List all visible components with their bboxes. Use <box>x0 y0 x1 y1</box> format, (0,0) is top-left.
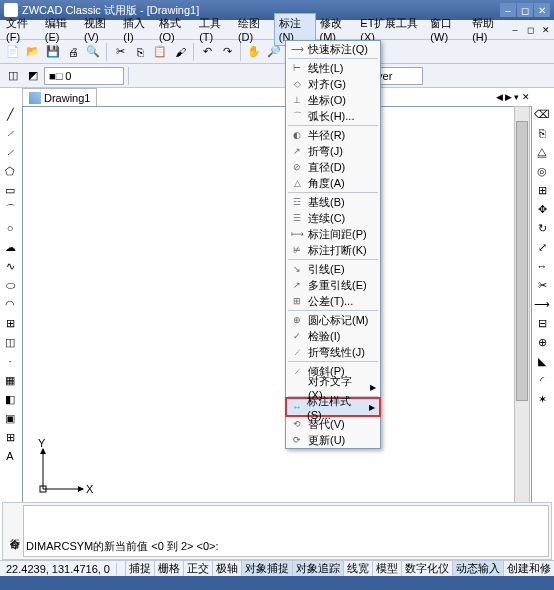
redo-icon[interactable]: ↷ <box>218 43 236 61</box>
status-toggle[interactable]: 极轴 <box>212 561 241 576</box>
status-toggle[interactable]: 正交 <box>183 561 212 576</box>
erase-icon[interactable]: ⌫ <box>534 106 550 122</box>
circle-icon[interactable]: ○ <box>2 220 18 236</box>
maximize-button[interactable]: ◻ <box>517 3 533 17</box>
status-toggle[interactable]: 栅格 <box>154 561 183 576</box>
layer-props-icon[interactable]: ◩ <box>24 67 42 85</box>
command-input[interactable]: DIMARCSYM的新当前值 <0 到 2> <0>: <box>23 505 549 557</box>
menu-item[interactable]: ✓检验(I) <box>286 328 380 344</box>
arc-icon[interactable]: ⌒ <box>2 201 18 217</box>
menu-item[interactable]: ⊢线性(L) <box>286 60 380 76</box>
ellipse-icon[interactable]: ⬭ <box>2 277 18 293</box>
menu-item[interactable]: 视图(V) <box>80 14 119 45</box>
xline-icon[interactable]: ⟋ <box>2 125 18 141</box>
zoom-icon[interactable]: 🔎 <box>265 43 283 61</box>
gradient-icon[interactable]: ◧ <box>2 391 18 407</box>
point-icon[interactable]: · <box>2 353 18 369</box>
trim-icon[interactable]: ✂ <box>534 277 550 293</box>
table-icon[interactable]: ⊞ <box>2 429 18 445</box>
insert-icon[interactable]: ⊞ <box>2 315 18 331</box>
vertical-scrollbar[interactable] <box>514 106 530 530</box>
menu-item[interactable]: 格式(O) <box>155 14 195 45</box>
menu-item[interactable]: △角度(A) <box>286 175 380 191</box>
status-toggle[interactable]: 创建和修 <box>503 561 554 576</box>
menu-item[interactable]: ↘引线(E) <box>286 261 380 277</box>
copy-icon[interactable]: ⎘ <box>131 43 149 61</box>
offset-icon[interactable]: ◎ <box>534 163 550 179</box>
stretch-icon[interactable]: ↔ <box>534 258 550 274</box>
status-toggle[interactable]: 对象追踪 <box>292 561 343 576</box>
match-icon[interactable]: 🖌 <box>171 43 189 61</box>
layer-manager-icon[interactable]: ◫ <box>4 67 22 85</box>
menu-item[interactable]: ⌒弧长(H)... <box>286 108 380 124</box>
rotate-icon[interactable]: ↻ <box>534 220 550 236</box>
text-icon[interactable]: A <box>2 448 18 464</box>
copy2-icon[interactable]: ⎘ <box>534 125 550 141</box>
save-icon[interactable]: 💾 <box>44 43 62 61</box>
menu-item[interactable]: 插入(I) <box>119 14 155 45</box>
menu-item[interactable]: ◐半径(R) <box>286 127 380 143</box>
menu-item[interactable]: ⟲替代(V) <box>286 416 380 432</box>
menu-item[interactable]: ⊭标注打断(K) <box>286 242 380 258</box>
join-icon[interactable]: ⊕ <box>534 334 550 350</box>
status-toggle[interactable]: 数字化仪 <box>401 561 452 576</box>
menu-item[interactable]: ☲基线(B) <box>286 194 380 210</box>
menu-item[interactable]: 绘图(D) <box>234 14 274 45</box>
region-icon[interactable]: ▣ <box>2 410 18 426</box>
doc-restore-button[interactable]: ◻ <box>523 23 537 37</box>
line-icon[interactable]: ╱ <box>2 106 18 122</box>
doc-minimize-button[interactable]: – <box>508 23 522 37</box>
spline-icon[interactable]: ∿ <box>2 258 18 274</box>
menu-item[interactable]: ↗折弯(J) <box>286 143 380 159</box>
status-toggle[interactable]: 模型 <box>372 561 401 576</box>
break-icon[interactable]: ⊟ <box>534 315 550 331</box>
menu-item[interactable]: ☰连续(C) <box>286 210 380 226</box>
array-icon[interactable]: ⊞ <box>534 182 550 198</box>
document-tab[interactable]: Drawing1 <box>22 88 97 106</box>
menu-item[interactable]: 帮助(H) <box>468 14 508 45</box>
menu-item[interactable]: 工具(T) <box>195 14 234 45</box>
undo-icon[interactable]: ↶ <box>198 43 216 61</box>
menu-item[interactable]: ⟋折弯线性(J) <box>286 344 380 360</box>
print-icon[interactable]: 🖨 <box>64 43 82 61</box>
menu-item[interactable]: 编辑(E) <box>41 14 80 45</box>
mirror-icon[interactable]: ⧋ <box>534 144 550 160</box>
move-icon[interactable]: ✥ <box>534 201 550 217</box>
menu-item[interactable]: ⊕圆心标记(M) <box>286 312 380 328</box>
scale-icon[interactable]: ⤢ <box>534 239 550 255</box>
pline-icon[interactable]: ⟋ <box>2 144 18 160</box>
polygon-icon[interactable]: ⬠ <box>2 163 18 179</box>
block-icon[interactable]: ◫ <box>2 334 18 350</box>
rect-icon[interactable]: ▭ <box>2 182 18 198</box>
menu-item[interactable]: ⟳更新(U) <box>286 432 380 448</box>
menu-item[interactable]: 文件(F) <box>2 14 41 45</box>
menu-item[interactable]: ⊘直径(D) <box>286 159 380 175</box>
ellipsearc-icon[interactable]: ◠ <box>2 296 18 312</box>
open-icon[interactable]: 📂 <box>24 43 42 61</box>
new-icon[interactable]: 📄 <box>4 43 22 61</box>
extend-icon[interactable]: ⟶ <box>534 296 550 312</box>
menu-item[interactable]: ⟶快速标注(Q) <box>286 41 380 57</box>
revcloud-icon[interactable]: ☁ <box>2 239 18 255</box>
layer-combo[interactable]: ■□ 0 <box>44 67 124 85</box>
pan-icon[interactable]: ✋ <box>245 43 263 61</box>
close-button[interactable]: ✕ <box>534 3 550 17</box>
status-toggle[interactable]: 捕捉 <box>125 561 154 576</box>
menu-item[interactable]: ⊞公差(T)... <box>286 293 380 309</box>
menu-item[interactable]: ↔标注样式(S)...▶ <box>287 399 379 415</box>
menu-item[interactable]: ↗多重引线(E) <box>286 277 380 293</box>
status-toggle[interactable]: 动态输入 <box>452 561 503 576</box>
status-toggle[interactable]: 对象捕捉 <box>241 561 292 576</box>
menu-item[interactable]: 窗口(W) <box>426 14 468 45</box>
menu-item[interactable]: ⊥坐标(O) <box>286 92 380 108</box>
drawing-canvas[interactable]: X Y <box>22 106 532 530</box>
doc-close-button[interactable]: ✕ <box>538 23 552 37</box>
preview-icon[interactable]: 🔍 <box>84 43 102 61</box>
paste-icon[interactable]: 📋 <box>151 43 169 61</box>
tab-nav-left[interactable]: ◀ <box>496 92 503 102</box>
explode-icon[interactable]: ✶ <box>534 391 550 407</box>
status-toggle[interactable]: 线宽 <box>343 561 372 576</box>
menu-item[interactable]: ◇对齐(G) <box>286 76 380 92</box>
chamfer-icon[interactable]: ◣ <box>534 353 550 369</box>
cut-icon[interactable]: ✂ <box>111 43 129 61</box>
